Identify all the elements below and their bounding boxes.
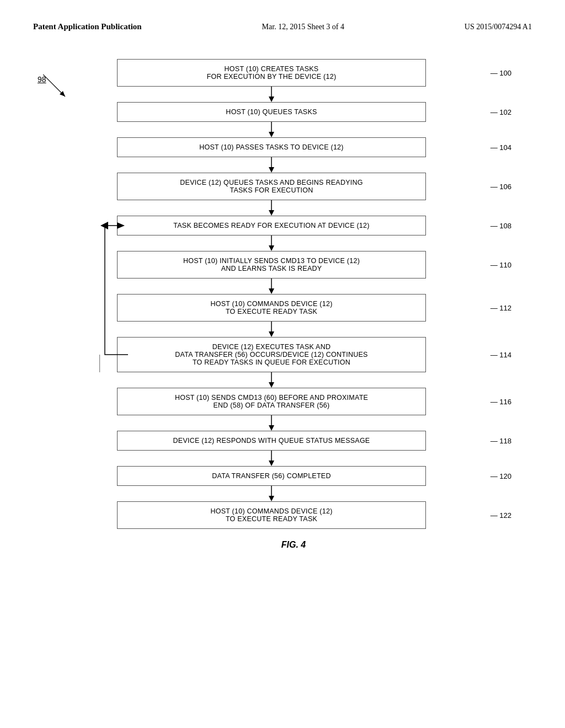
flow-box-wrapper-106: DEVICE (12) QUEUES TASKS AND BEGINS READ…: [106, 173, 481, 200]
flow-box-112: HOST (10) COMMANDS DEVICE (12)TO EXECUTE…: [117, 294, 426, 322]
label-108: — 108: [491, 222, 511, 230]
label-118: — 118: [491, 437, 511, 445]
arrow-0: [117, 87, 426, 102]
header-left: Patent Application Publication: [33, 22, 142, 31]
flowchart: HOST (10) CREATES TASKSFOR EXECUTION BY …: [106, 59, 481, 529]
label-122: — 122: [491, 511, 511, 520]
diagram-area: 98 HOST (10) CREATES TASKSFOR EXECUTION …: [0, 42, 565, 572]
svg-marker-9: [269, 210, 274, 216]
flow-box-wrapper-102: HOST (10) QUEUES TASKS — 102: [106, 102, 481, 122]
arrow-4: [117, 235, 426, 251]
flow-box-102: HOST (10) QUEUES TASKS: [117, 102, 426, 122]
flow-box-wrapper-112: HOST (10) COMMANDS DEVICE (12)TO EXECUTE…: [106, 294, 481, 322]
flow-box-114: DEVICE (12) EXECUTES TASK ANDDATA TRANSF…: [117, 337, 426, 372]
flow-box-wrapper-122: HOST (10) COMMANDS DEVICE (12)TO EXECUTE…: [106, 501, 481, 529]
header-center: Mar. 12, 2015 Sheet 3 of 4: [262, 23, 344, 31]
arrow-2: [117, 157, 426, 173]
label-102: — 102: [491, 108, 511, 116]
flow-box-wrapper-100: HOST (10) CREATES TASKSFOR EXECUTION BY …: [106, 59, 481, 87]
label-112: — 112: [491, 304, 511, 312]
flow-box-wrapper-104: HOST (10) PASSES TASKS TO DEVICE (12) — …: [106, 137, 481, 157]
svg-marker-5: [269, 132, 274, 137]
label-100: — 100: [491, 69, 511, 77]
label-110: — 110: [491, 261, 511, 269]
label-114: — 114: [491, 351, 511, 359]
svg-marker-21: [269, 425, 274, 431]
arrow-3: [117, 200, 426, 216]
svg-marker-25: [269, 496, 274, 501]
label-120: — 120: [491, 472, 511, 480]
svg-marker-14: [269, 288, 274, 294]
svg-marker-23: [269, 461, 274, 466]
flow-box-118: DEVICE (12) RESPONDS WITH QUEUE STATUS M…: [117, 431, 426, 451]
flow-box-120: DATA TRANSFER (56) COMPLETED: [117, 466, 426, 486]
arrow-7: [117, 372, 426, 388]
flow-box-106: DEVICE (12) QUEUES TASKS AND BEGINS READ…: [117, 173, 426, 200]
svg-marker-16: [269, 331, 274, 337]
arrow-6: [117, 322, 426, 337]
flow-box-wrapper-118: DEVICE (12) RESPONDS WITH QUEUE STATUS M…: [106, 431, 481, 451]
svg-marker-3: [269, 97, 274, 102]
flow-box-104: HOST (10) PASSES TASKS TO DEVICE (12): [117, 137, 426, 157]
label-104: — 104: [491, 143, 511, 152]
arrow-9: [117, 451, 426, 466]
arrow-8: [117, 415, 426, 431]
flow-box-108: TASK BECOMES READY FOR EXECUTION AT DEVI…: [117, 216, 426, 235]
arrow-5: [117, 279, 426, 294]
loop-back-arrow: [98, 337, 106, 372]
flow-box-wrapper-108: TASK BECOMES READY FOR EXECUTION AT DEVI…: [106, 216, 481, 235]
flow-box-wrapper-114: DEVICE (12) EXECUTES TASK ANDDATA TRANSF…: [106, 337, 481, 372]
flow-box-wrapper-110: HOST (10) INITIALLY SENDS CMD13 TO DEVIC…: [106, 251, 481, 279]
arrow-1: [117, 122, 426, 137]
header-right: US 2015/0074294 A1: [465, 23, 532, 31]
svg-marker-19: [269, 382, 274, 388]
flow-box-100: HOST (10) CREATES TASKSFOR EXECUTION BY …: [117, 59, 426, 87]
arrow-10: [117, 486, 426, 501]
label-116: — 116: [491, 398, 511, 406]
back-arrow-to-108: [100, 222, 111, 229]
flow-box-116: HOST (10) SENDS CMD13 (60) BEFORE AND PR…: [117, 388, 426, 415]
page-header: Patent Application Publication Mar. 12, …: [0, 0, 565, 42]
ref-arrow-98: [43, 74, 76, 108]
flow-box-wrapper-116: HOST (10) SENDS CMD13 (60) BEFORE AND PR…: [106, 388, 481, 415]
flow-box-wrapper-120: DATA TRANSFER (56) COMPLETED — 120: [106, 466, 481, 486]
fig-label: FIG. 4: [106, 540, 481, 550]
label-106: — 106: [491, 183, 511, 191]
svg-marker-7: [269, 167, 274, 173]
svg-marker-12: [269, 245, 274, 251]
flow-box-122: HOST (10) COMMANDS DEVICE (12)TO EXECUTE…: [117, 501, 426, 529]
flow-box-110: HOST (10) INITIALLY SENDS CMD13 TO DEVIC…: [117, 251, 426, 279]
svg-marker-10: [100, 222, 108, 229]
